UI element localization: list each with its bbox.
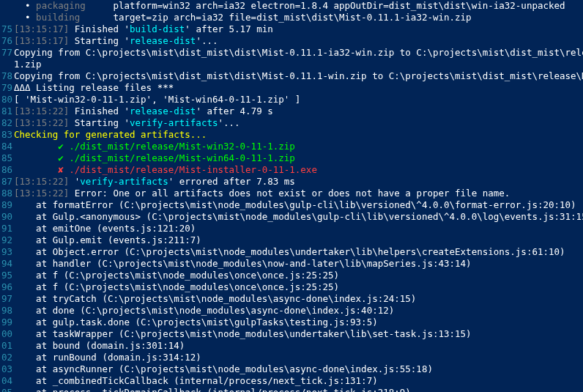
- line-content: Copying from C:\projects\mist\dist_mist\…: [14, 47, 583, 59]
- text-run: at f (C:\projects\mist\node_modules\once…: [14, 270, 339, 281]
- text-run: at formatError (C:\projects\mist\node_mo…: [14, 199, 576, 210]
- line-number: 85: [0, 152, 14, 164]
- terminal-line: 84 ✔ ./dist_mist/release/Mist-win32-0-11…: [0, 141, 583, 152]
- line-number: 78: [0, 70, 14, 82]
- line-content: at Gulp.emit (events.js:211:7): [14, 234, 201, 246]
- line-number: 97: [0, 293, 14, 305]
- line-number: [0, 59, 14, 70]
- text-run: at handler (C:\projects\mist\node_module…: [14, 258, 472, 269]
- line-content: at emitOne (events.js:121:20): [14, 223, 196, 234]
- line-number: 88: [0, 188, 14, 199]
- line-content: at Gulp.<anonymous> (C:\projects\mist\no…: [14, 211, 583, 223]
- terminal-line: 90 at Gulp.<anonymous> (C:\projects\mist…: [0, 211, 583, 223]
- line-number: 02: [0, 352, 14, 363]
- text-run: Checking for generated artifacts...: [14, 129, 207, 140]
- text-run: platform=win32 arch=ia32 electron=1.8.4 …: [113, 0, 565, 11]
- terminal-line: 04 at _combinedTickCallback (internal/pr…: [0, 375, 583, 387]
- line-content: [13:15:17] Finished 'build-dist' after 5…: [14, 23, 273, 35]
- text-run: at emitOne (events.js:121:20): [14, 223, 196, 234]
- line-number: 91: [0, 223, 14, 234]
- text-run: [13:15:22]: [14, 188, 75, 199]
- line-number: 99: [0, 317, 14, 328]
- terminal-line: 79ΔΔΔ Listing release files ***: [0, 82, 583, 94]
- text-run: [13:15:22]: [14, 176, 75, 187]
- terminal-line: 1.zip: [0, 59, 583, 70]
- terminal-line: 02 at runBound (domain.js:314:12): [0, 352, 583, 363]
- terminal-line: 93 at Object.error (C:\projects\mist\nod…: [0, 246, 583, 258]
- line-number: 89: [0, 199, 14, 211]
- line-number: 92: [0, 234, 14, 246]
- line-number: 95: [0, 270, 14, 281]
- text-run: Starting ': [75, 117, 130, 128]
- line-number: [0, 12, 14, 23]
- text-run: packaging: [36, 0, 113, 11]
- text-run: 1.zip: [14, 59, 42, 70]
- text-run: ]: [64, 23, 75, 34]
- text-run: ' after 5.17 min: [185, 23, 272, 34]
- terminal-line: 88[13:15:22] Error: One or all artifacts…: [0, 188, 583, 199]
- terminal-line: 80[ 'Mist-win32-0-11-1.zip', 'Mist-win64…: [0, 94, 583, 106]
- line-number: 96: [0, 281, 14, 293]
- line-content: [13:15:17] Starting 'release-dist'...: [14, 35, 218, 47]
- text-run: Starting ': [75, 35, 130, 46]
- text-run: at f (C:\projects\mist\node_modules\once…: [14, 281, 339, 292]
- terminal-line: 01 at bound (domain.js:301:14): [0, 340, 583, 352]
- line-content: at _combinedTickCallback (internal/proce…: [14, 375, 378, 387]
- line-number: 77: [0, 47, 14, 59]
- text-run: ' errored after 7.83 ms: [168, 176, 295, 187]
- text-run: ' after 4.79 s: [196, 106, 272, 117]
- text-run: [: [14, 23, 20, 34]
- text-run: [13:15:22]: [14, 106, 75, 117]
- text-run: at taskWrapper (C:\projects\mist\node_mo…: [14, 328, 472, 339]
- line-number: 76: [0, 35, 14, 47]
- text-run: verify-artifacts: [130, 117, 218, 128]
- line-content: at asyncRunner (C:\projects\mist\node_mo…: [14, 363, 433, 375]
- text-run: [13:15:17]: [14, 35, 75, 46]
- line-number: 80: [0, 94, 14, 106]
- line-content: [13:15:22] 'verify-artifacts' errored af…: [14, 176, 295, 188]
- terminal-line: 87[13:15:22] 'verify-artifacts' errored …: [0, 176, 583, 188]
- text-run: at gulp.task.done (C:\projects\mist\gulp…: [14, 317, 378, 328]
- text-run: release-dist: [130, 106, 196, 117]
- terminal-output[interactable]: • packaging platform=win32 arch=ia32 ele…: [0, 0, 583, 392]
- terminal-line: 75[13:15:17] Finished 'build-dist' after…: [0, 23, 583, 35]
- text-run: at asyncRunner (C:\projects\mist\node_mo…: [14, 363, 433, 374]
- text-run: '...: [196, 35, 218, 46]
- text-run: •: [14, 0, 36, 11]
- text-run: ✔ ./dist_mist/release/Mist-win32-0-11-1.…: [14, 141, 295, 152]
- terminal-line: 78Copying from C:\projects\mist\dist_mis…: [0, 70, 583, 82]
- terminal-line: 00 at taskWrapper (C:\projects\mist\node…: [0, 328, 583, 340]
- line-number: 98: [0, 305, 14, 317]
- terminal-line: 03 at asyncRunner (C:\projects\mist\node…: [0, 363, 583, 375]
- line-number: 81: [0, 106, 14, 117]
- terminal-line: 89 at formatError (C:\projects\mist\node…: [0, 199, 583, 211]
- terminal-line: 97 at tryCatch (C:\projects\mist\node_mo…: [0, 293, 583, 305]
- text-run: verify-artifacts: [80, 176, 168, 187]
- terminal-line: 85 ✔ ./dist_mist/release/Mist-win64-0-11…: [0, 152, 583, 164]
- terminal-line: 91 at emitOne (events.js:121:20): [0, 223, 583, 234]
- text-run: at Gulp.emit (events.js:211:7): [14, 234, 201, 245]
- line-number: 00: [0, 328, 14, 340]
- text-run: Copying from C:\projects\mist\dist_mist\…: [14, 47, 583, 58]
- line-number: 93: [0, 246, 14, 258]
- text-run: at done (C:\projects\mist\node_modules\a…: [14, 305, 394, 316]
- line-content: at formatError (C:\projects\mist\node_mo…: [14, 199, 576, 211]
- terminal-line: 99 at gulp.task.done (C:\projects\mist\g…: [0, 317, 583, 328]
- line-content: [13:15:22] Error: One or all artifacts d…: [14, 188, 510, 199]
- terminal-line: • building target=zip arch=ia32 file=dis…: [0, 12, 583, 23]
- line-content: ✔ ./dist_mist/release/Mist-win64-0-11-1.…: [14, 152, 295, 164]
- line-number: 01: [0, 340, 14, 352]
- text-run: ✘ ./dist_mist/release/Mist-installer-0-1…: [14, 164, 317, 175]
- text-run: release-dist: [130, 35, 196, 46]
- line-content: [ 'Mist-win32-0-11-1.zip', 'Mist-win64-0…: [14, 94, 300, 106]
- terminal-line: • packaging platform=win32 arch=ia32 ele…: [0, 0, 583, 12]
- line-content: at bound (domain.js:301:14): [14, 340, 185, 352]
- line-number: 79: [0, 82, 14, 94]
- line-content: Copying from C:\projects\mist\dist_mist\…: [14, 70, 583, 82]
- text-run: at _combinedTickCallback (internal/proce…: [14, 375, 378, 386]
- terminal-line: 82[13:15:22] Starting 'verify-artifacts'…: [0, 117, 583, 129]
- line-number: [0, 0, 14, 12]
- text-run: at runBound (domain.js:314:12): [14, 352, 201, 363]
- line-content: ΔΔΔ Listing release files ***: [14, 82, 174, 94]
- line-content: Checking for generated artifacts...: [14, 129, 207, 141]
